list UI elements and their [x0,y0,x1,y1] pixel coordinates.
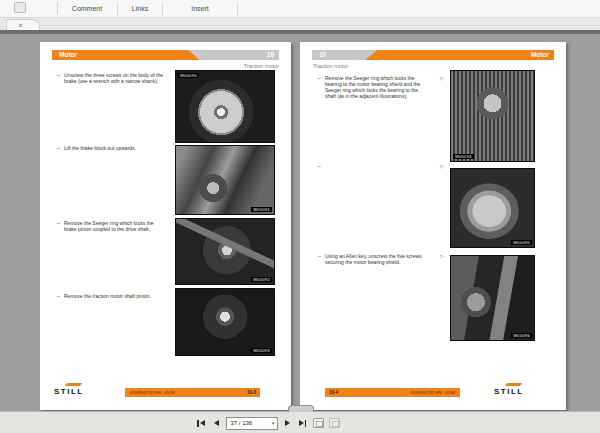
figure-code: W00096 [511,333,532,338]
footer-doc-code: 45988042311 EN - 05/08 [411,388,455,397]
panel-collapse-handle[interactable] [288,405,314,412]
page-indicator[interactable]: 37 / 136 [227,420,272,426]
toolbar-tab-insert[interactable]: Insert [163,0,237,18]
instruction-text: Remove the Seeger ring which locks the b… [325,75,425,99]
figure-code: W00090 [178,73,199,78]
pdf-page-right: 10 Motor Traction motor – Remove the See… [300,42,566,410]
still-logo-text: STILL [494,387,540,396]
instruction-text: Using an Allen key, unscrew the five scr… [325,253,425,265]
page-number-input[interactable]: 37 / 136 ▾ [226,417,278,430]
figure-photo: W00090 [175,70,275,143]
chapter-header-accent [312,50,554,60]
bullet-dash: – [318,163,321,169]
toolbar-separator [237,3,238,15]
footer-bar: 45988042311 EN - 05/08 10-3 [125,388,260,397]
pdf-page-left: Motor 10 Traction motor – Unscrew the th… [40,42,291,410]
chapter-number: 10 [267,50,274,60]
bullet-dash: – [57,72,60,78]
instruction-text: Lift the brake block out upwards. [64,145,164,151]
still-logo-flag-icon [505,383,522,386]
document-tab-bar: x [0,18,600,30]
figure-photo: W00092 [175,218,275,285]
section-title: Traction motor [313,63,348,69]
figure-photo: W00093 [175,288,275,356]
footer-page-number: 10-4 [329,388,338,397]
figure-code: W00091 [251,207,272,212]
close-tab-icon[interactable]: x [16,21,25,29]
pdf-viewer-window: Comment Links Insert x Motor 10 Traction… [0,0,600,433]
figure-code: W00093 [251,348,272,353]
figure-photo: W00094 [450,70,535,162]
figure-code: W00095 [511,240,532,245]
bullet-dash: – [57,145,60,151]
still-logo: STILL [494,383,540,397]
figure-code: W00094 [453,154,474,159]
previous-view-button[interactable] [313,418,324,428]
bullet-dash: – [57,220,60,226]
first-page-button[interactable] [195,418,207,429]
figure-code: W00092 [251,277,272,282]
instruction-text: Remove the traction motor shaft pinion. [64,293,164,299]
instruction-item: – Remove the traction motor shaft pinion… [57,293,164,299]
instruction-item: – Using an Allen key, unscrew the five s… [318,253,425,265]
chapter-header-bar: Motor 10 [52,50,279,60]
app-menu-icon[interactable] [14,2,26,13]
still-logo-flag-icon [65,383,82,386]
footer-page-number: 10-3 [247,388,256,397]
footer-doc-code: 45988042311 EN - 05/08 [130,388,174,397]
toolbar: Comment Links Insert [0,0,600,18]
instruction-text: Unscrew the three screws on the body of … [64,72,164,84]
figure-photo: W00096 [450,255,535,341]
toolbar-tab-links[interactable]: Links [118,0,162,18]
section-title: Traction motor [244,63,279,69]
bullet-dash: – [318,75,321,81]
page-navigation-bar: 37 / 136 ▾ [0,411,600,433]
previous-page-button[interactable] [212,418,221,428]
chapter-title: Motor [59,50,77,60]
toolbar-tab-comment[interactable]: Comment [58,0,116,18]
instruction-item: – Lift the brake block out upwards. ▷ [57,145,164,151]
next-view-button[interactable] [329,418,340,428]
instruction-item: – Unscrew the three screws on the body o… [57,72,164,84]
document-tab[interactable]: x [6,19,40,30]
instruction-item: – Remove the Seeger ring which locks the… [57,220,164,232]
toolbar-separator [162,3,163,15]
bullet-dash: – [57,293,60,299]
document-viewer[interactable]: Motor 10 Traction motor – Unscrew the th… [0,30,600,411]
next-page-button[interactable] [283,418,292,428]
still-logo: STILL [54,383,100,397]
footer-bar: 10-4 45988042311 EN - 05/08 [325,388,460,397]
still-logo-text: STILL [54,387,100,396]
pointer-arrow-icon: ▷ [440,163,444,169]
chevron-down-icon[interactable]: ▾ [272,420,277,426]
chapter-title: Motor [531,50,549,60]
instruction-item: – Remove the Seeger ring which locks the… [318,75,425,99]
pointer-arrow-icon: ▷ [440,75,444,81]
toolbar-separator [57,3,58,15]
chapter-number: 10 [319,50,326,60]
figure-photo: W00095 [450,168,535,248]
figure-photo: W00091 [175,145,275,215]
bullet-dash: – [318,253,321,259]
chapter-header-bar: 10 Motor [312,50,554,60]
instruction-text: Remove the Seeger ring which locks the b… [64,220,164,232]
chapter-header-accent [52,50,279,60]
pointer-arrow-icon: ▷ [440,253,444,259]
last-page-button[interactable] [297,418,309,429]
toolbar-separator [117,3,118,15]
